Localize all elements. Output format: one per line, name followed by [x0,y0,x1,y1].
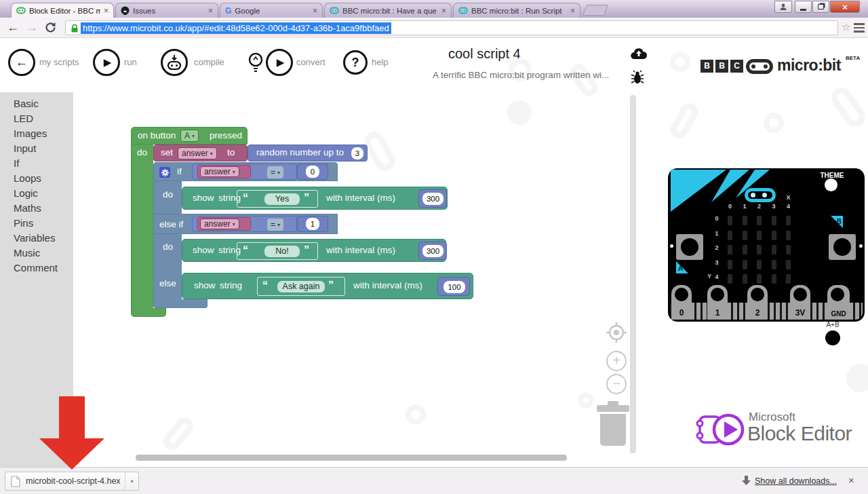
canvas-horizontal-scrollbar[interactable] [136,455,567,461]
led-pixel[interactable] [728,274,732,284]
block-show-string-no[interactable]: show string “ No! ” with interval (ms) 3… [182,239,446,262]
trash-lid[interactable] [597,405,629,412]
number-field[interactable]: 0 [306,166,319,178]
number-field[interactable]: 100 [443,281,465,293]
sidebar-item-music[interactable]: Music [14,247,40,261]
number-field[interactable]: 1 [306,218,319,230]
variable-dropdown[interactable]: answer▾ [178,147,217,159]
sidebar-item-basic[interactable]: Basic [14,98,39,112]
restore-button[interactable] [812,1,829,13]
tab-close-icon[interactable]: × [570,7,575,15]
script-subtitle[interactable]: A terrific BBC micro:bit program written… [433,70,609,80]
tab-issues[interactable]: Issues × [115,3,218,18]
string-field[interactable]: Yes [264,193,300,205]
mutator-gear-icon[interactable] [159,167,170,178]
block-show-string-yes[interactable]: show string “ Yes ” with interval (ms) 3… [182,187,448,210]
block-on-button-pressed[interactable]: on button A▾ pressed [131,127,248,145]
sidebar-item-pins[interactable]: Pins [14,217,33,231]
back-button[interactable]: ← [7,20,19,35]
led-pixel[interactable] [728,245,732,254]
download-options-button[interactable]: ▾ [125,472,138,490]
variable-dropdown[interactable]: answer▾ [200,166,239,177]
tab-close-icon[interactable]: × [313,7,317,15]
variable-dropdown[interactable]: answer▾ [200,218,239,229]
led-pixel[interactable] [786,231,791,240]
led-pixel[interactable] [743,274,747,284]
sim-button-a[interactable] [676,234,703,260]
sidebar-item-variables[interactable]: Variables [14,232,55,246]
run-button[interactable]: ▶ [93,49,120,76]
block-number-0[interactable]: 0 [297,164,328,180]
close-window-button[interactable]: × [830,1,860,13]
led-pixel[interactable] [757,216,762,225]
convert-button[interactable]: ▶ [266,49,293,76]
led-pixel[interactable] [772,216,776,225]
sim-pin-gnd[interactable]: GND [827,285,850,320]
led-pixel[interactable] [728,216,732,225]
block-on-button-foot[interactable] [131,308,166,317]
tab-microbit-question[interactable]: BBC micro:bit : Have a que × [324,3,452,18]
operator-dropdown[interactable]: =▾ [267,166,283,178]
sidebar-item-images[interactable]: Images [14,128,47,142]
led-pixel[interactable] [728,260,732,269]
operator-dropdown[interactable]: =▾ [267,218,283,231]
tab-close-icon[interactable]: × [441,7,446,15]
compile-button[interactable] [161,49,188,76]
show-all-downloads-link[interactable]: Show all downloads... [755,476,837,486]
block-set-variable[interactable]: set answer▾ to [153,145,248,162]
led-pixel[interactable] [743,231,747,240]
sidebar-item-if[interactable]: If [14,157,19,172]
led-pixel[interactable] [772,260,776,269]
close-downloads-bar-button[interactable]: × [848,474,854,486]
url-text[interactable]: https://www.microbit.co.uk/app/#edit:48d… [81,22,391,34]
string-field[interactable]: No! [264,246,300,257]
block-random-number[interactable]: random number up to 3 [248,145,368,162]
tab-block-editor[interactable]: Block Editor - BBC micro:b × [11,3,114,18]
help-button[interactable]: ? [343,50,368,75]
tab-close-icon[interactable]: × [104,7,108,15]
block-variable-answer[interactable]: answer▾ [197,165,251,178]
led-pixel[interactable] [786,216,791,225]
block-string-literal[interactable]: “ Yes ” [237,190,318,208]
script-title[interactable]: cool script 4 [448,46,521,62]
block-string-literal[interactable]: “ No! ” [237,242,318,260]
led-pixel[interactable] [786,245,791,254]
url-field[interactable]: https://www.microbit.co.uk/app/#edit:48d… [65,20,838,35]
string-field[interactable]: Ask again [277,281,325,292]
sidebar-item-loops[interactable]: Loops [14,172,41,187]
block-show-string-ask-again[interactable]: show string “ Ask again ” with interval … [182,273,473,299]
zoom-out-button[interactable]: − [606,374,627,394]
button-dropdown[interactable]: A▾ [180,130,199,142]
canvas-vertical-scrollbar[interactable] [630,95,636,453]
new-tab-button[interactable] [583,5,608,16]
led-pixel[interactable] [743,216,747,225]
tab-google[interactable]: G Google × [220,3,323,18]
block-number-100[interactable]: 100 [437,277,470,296]
bookmark-star-icon[interactable]: ☆ [842,21,850,33]
block-if-foot[interactable] [153,299,208,308]
block-on-button-body[interactable] [131,145,153,308]
led-pixel[interactable] [757,260,762,269]
led-pixel[interactable] [743,245,747,254]
sim-pin-2[interactable]: 2 [747,285,768,320]
led-pixel[interactable] [772,245,776,254]
block-variable-answer[interactable]: answer▾ [197,217,251,231]
theme-button[interactable] [825,178,837,191]
zoom-in-button[interactable]: + [606,351,627,371]
reload-button[interactable] [45,22,56,33]
sidebar-item-led[interactable]: LED [14,113,33,127]
menu-button[interactable] [854,23,865,33]
led-pixel[interactable] [786,274,791,284]
sidebar-item-comment[interactable]: Comment [14,262,58,276]
secure-lock-icon[interactable] [71,24,79,33]
cloud-sync-icon[interactable] [631,48,647,60]
number-field[interactable]: 300 [422,245,443,257]
sim-pin-3v[interactable]: 3V [790,285,810,320]
my-scripts-button[interactable]: ← [8,49,35,76]
number-field[interactable]: 300 [422,193,443,205]
led-pixel[interactable] [743,260,747,269]
sidebar-item-input[interactable]: Input [14,142,36,157]
sim-button-ab[interactable] [825,330,840,345]
block-compare-1[interactable]: answer▾ =▾ [192,164,297,180]
zoom-reset-button[interactable] [606,322,627,343]
